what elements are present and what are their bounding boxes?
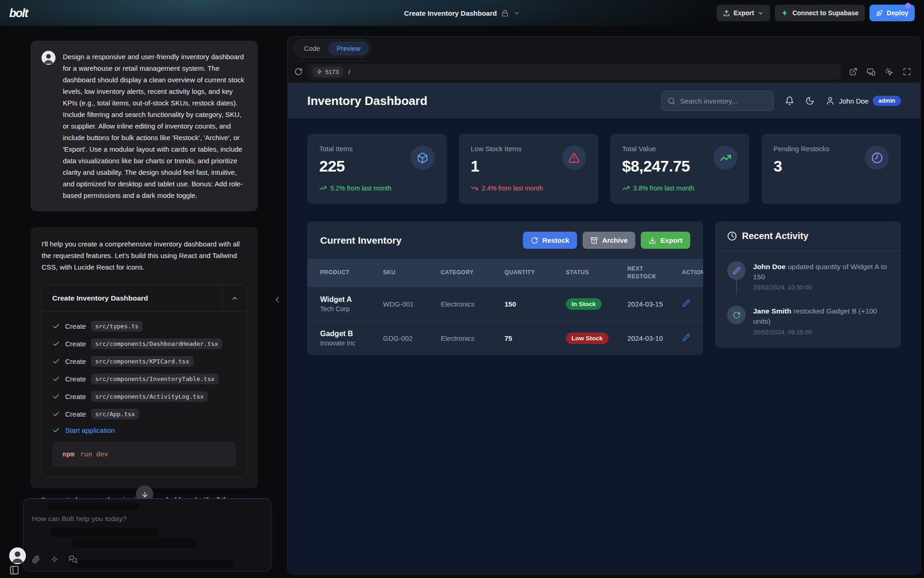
top-bar: bolt Create Inventory Dashboard Export C…: [0, 0, 924, 26]
inventory-table-card: Current Inventory Restock Archive: [307, 221, 703, 355]
step-file[interactable]: src/App.tsx: [91, 409, 139, 419]
chat-panel: Design a responsive and user-friendly in…: [0, 26, 287, 578]
kpi-total-items: Total Items 225 5.2% from last month: [307, 134, 447, 204]
account-avatar[interactable]: [9, 547, 26, 564]
tab-code[interactable]: Code: [296, 42, 328, 55]
product-sku: WDG-001: [383, 300, 437, 308]
refresh-icon[interactable]: [294, 68, 303, 76]
step-file[interactable]: src/components/DashboardHeader.tsx: [91, 338, 222, 349]
export-csv-button[interactable]: Export: [641, 232, 690, 249]
project-title-menu[interactable]: Create Inventory Dashboard: [404, 0, 520, 26]
dashboard-title: Inventory Dashboard: [307, 94, 427, 108]
fullscreen-icon[interactable]: [903, 68, 911, 76]
search-input[interactable]: Search inventory...: [661, 91, 774, 111]
kpi-label: Pending Restocks: [773, 145, 829, 153]
chevron-up-icon: [231, 295, 238, 302]
kpi-cards: Total Items 225 5.2% from last month: [307, 134, 901, 204]
product-name: Widget A: [320, 295, 379, 304]
user-icon: [826, 96, 835, 105]
step-item: Create src/components/DashboardHeader.ts…: [52, 338, 236, 349]
kpi-value: 3: [773, 157, 829, 175]
upload-icon: [723, 10, 730, 17]
terminal-command: npmrun dev: [52, 442, 236, 467]
rocket-icon: [876, 10, 883, 17]
user-avatar: [42, 51, 55, 65]
step-file[interactable]: src/components/ActivityLog.tsx: [91, 391, 208, 402]
activity-item: John Doe updated quantity of Widget A to…: [727, 261, 889, 291]
column-next-restock: Next Restock: [627, 265, 663, 281]
dark-mode-toggle-icon[interactable]: [805, 96, 815, 105]
next-restock-date: 2024-03-10: [627, 334, 678, 342]
alert-triangle-icon: [562, 146, 586, 170]
table-row[interactable]: Widget A Tech Corp WDG-001 Electronics 1…: [307, 287, 703, 321]
kpi-label: Low Stock Items: [471, 145, 522, 153]
product-quantity[interactable]: 75: [505, 334, 562, 342]
step-action: Create: [65, 340, 86, 348]
step-file[interactable]: src/components/KPICard.tsx: [91, 356, 194, 367]
activity-title: Recent Activity: [742, 231, 808, 241]
redacted-text: [50, 528, 159, 537]
enhance-prompt-icon[interactable]: [50, 555, 59, 564]
product-supplier: Tech Corp: [320, 305, 379, 313]
kpi-change-text: 5.2% from last month: [330, 184, 391, 192]
preview-url-bar: 5173 /: [288, 61, 920, 83]
export-label: Export: [734, 9, 754, 17]
lock-icon: [501, 10, 508, 17]
edit-row-icon[interactable]: [682, 299, 690, 307]
sidebar-toggle-icon[interactable]: [9, 565, 19, 575]
artifact-collapse-button[interactable]: [222, 285, 246, 311]
user-menu[interactable]: John Doe admin: [826, 96, 901, 106]
archive-button[interactable]: Archive: [583, 232, 635, 249]
restock-label: Restock: [542, 236, 569, 244]
restock-button[interactable]: Restock: [523, 232, 577, 249]
product-name: Gadget B: [320, 330, 379, 338]
url-input[interactable]: 5173 /: [308, 64, 841, 80]
connect-supabase-button[interactable]: Connect to Supabase: [775, 5, 865, 21]
recent-activity-card: Recent Activity John Doe updated quantit…: [715, 221, 901, 348]
clock-icon: [727, 231, 737, 241]
bolt-logo[interactable]: bolt: [9, 6, 28, 20]
edit-row-icon[interactable]: [682, 333, 690, 341]
trending-up-icon: [622, 184, 630, 192]
step-file[interactable]: src/types.ts: [91, 321, 143, 332]
device-preview-icon[interactable]: [867, 68, 875, 76]
zap-icon: [317, 69, 322, 74]
port-selector[interactable]: 5173: [313, 67, 343, 77]
step-file[interactable]: src/components/InventoryTable.tsx: [91, 374, 219, 384]
table-row[interactable]: Gadget B Innovate Inc GDG-002 Electronic…: [307, 321, 703, 355]
step-action: Create: [65, 393, 86, 400]
column-category: Category: [441, 269, 501, 277]
check-icon: [52, 393, 60, 400]
chat-input-placeholder: How can Bolt help you today?: [32, 515, 262, 523]
arrow-down-icon: [141, 491, 149, 498]
step-action: Create: [65, 410, 86, 418]
kpi-label: Total Items: [319, 145, 353, 153]
inspector-icon[interactable]: [885, 68, 894, 76]
product-sku: GDG-002: [383, 334, 437, 342]
activity-user: John Doe: [753, 263, 786, 271]
step-action: Create: [65, 375, 86, 383]
step-item: Create src/components/KPICard.tsx: [52, 356, 236, 367]
discuss-mode-icon[interactable]: [69, 555, 77, 564]
trending-down-icon: [471, 184, 478, 192]
product-category: Electronics: [441, 300, 501, 308]
kpi-value: 225: [319, 157, 353, 175]
artifact-card: Create Inventory Dashboard Create src/ty…: [42, 285, 247, 477]
collapse-chat-button[interactable]: [273, 295, 282, 304]
kpi-label: Total Value: [622, 145, 690, 153]
attach-file-icon[interactable]: [32, 555, 40, 564]
start-application-link[interactable]: Start application: [65, 426, 115, 434]
open-in-new-tab-icon[interactable]: [849, 68, 857, 76]
bell-icon[interactable]: [785, 96, 794, 105]
user-message-text: Design a responsive and user-friendly in…: [63, 51, 247, 201]
export-button[interactable]: Export: [717, 5, 770, 21]
status-badge: In Stock: [566, 298, 602, 310]
package-icon: [411, 146, 435, 170]
tab-preview[interactable]: Preview: [328, 42, 369, 55]
step-action: Create: [65, 357, 86, 365]
chat-input-box[interactable]: How can Bolt help you today?: [23, 498, 271, 572]
table-header-row: Product SKU Category Quantity Status Nex…: [307, 259, 703, 287]
inventory-title: Current Inventory: [320, 235, 401, 246]
deploy-label: Deploy: [887, 9, 908, 17]
product-quantity[interactable]: 150: [505, 300, 562, 308]
